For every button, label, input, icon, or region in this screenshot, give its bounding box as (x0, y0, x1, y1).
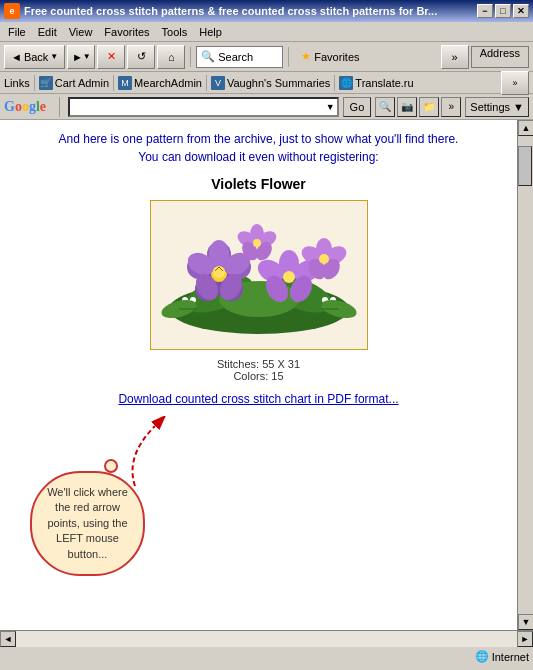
bubble-bump (104, 459, 118, 473)
vaughns-icon: V (211, 76, 225, 90)
menu-help[interactable]: Help (193, 24, 228, 40)
svg-point-16 (213, 266, 225, 278)
menu-tools[interactable]: Tools (156, 24, 194, 40)
toolbar: ◄ Back ▼ ► ▼ ✕ ↺ ⌂ 🔍 ★ Favorites » Addre… (0, 42, 533, 72)
back-label: Back (24, 51, 48, 63)
links-label: Links (4, 77, 30, 89)
back-button[interactable]: ◄ Back ▼ (4, 45, 65, 69)
google-icon-group: 🔍 📷 📁 » (375, 97, 461, 117)
address-button[interactable]: Address (471, 46, 529, 68)
forward-button[interactable]: ► ▼ (67, 45, 95, 69)
settings-button[interactable]: Settings ▼ (465, 97, 529, 117)
google-go-button[interactable]: Go (343, 97, 372, 117)
google-separator (54, 97, 60, 117)
minimize-button[interactable]: − (477, 4, 493, 18)
link-mearch-admin[interactable]: M MearchAdmin (118, 76, 202, 90)
links-sep-2 (113, 75, 114, 91)
speech-bubble-container: We'll click where the red arrow points, … (30, 471, 145, 576)
search-box[interactable]: 🔍 (196, 46, 283, 68)
internet-label: Internet (492, 651, 529, 663)
google-search-box[interactable]: ▼ (68, 97, 339, 117)
search-magnifier-icon: 🔍 (201, 50, 215, 63)
google-camera-icon[interactable]: 📷 (397, 97, 417, 117)
scroll-right-button[interactable]: ► (517, 631, 533, 647)
links-separator (34, 75, 35, 91)
cart-icon: 🛒 (39, 76, 53, 90)
forward-icon: ► (72, 51, 83, 63)
flower-image-container (150, 200, 368, 350)
scroll-track-h[interactable] (16, 631, 517, 647)
star-icon: ★ (301, 50, 311, 63)
google-bar: Google ▼ Go 🔍 📷 📁 » Settings ▼ (0, 94, 533, 120)
svg-point-24 (283, 271, 295, 283)
forward-chevron: ▼ (83, 52, 91, 61)
intro-line-2: You can download it even without registe… (138, 150, 378, 164)
svg-point-36 (253, 239, 261, 247)
cart-admin-label: Cart Admin (55, 77, 109, 89)
page-content: And here is one pattern from the archive… (0, 120, 517, 630)
back-icon: ◄ (11, 51, 22, 63)
google-search-input[interactable] (72, 101, 326, 113)
vertical-scrollbar: ▲ ▼ (517, 120, 533, 630)
scroll-left-button[interactable]: ◄ (0, 631, 16, 647)
menu-bar: File Edit View Favorites Tools Help (0, 22, 533, 42)
annotation-area: We'll click where the red arrow points, … (15, 416, 502, 576)
scroll-down-button[interactable]: ▼ (518, 614, 533, 630)
favorites-label: Favorites (314, 51, 359, 63)
toolbar-separator-1 (190, 47, 191, 67)
stop-button[interactable]: ✕ (97, 45, 125, 69)
toolbar-separator-2 (288, 47, 289, 67)
refresh-button[interactable]: ↺ (127, 45, 155, 69)
status-right: 🌐 Internet (475, 650, 529, 663)
stitch-info: Stitches: 55 X 31 Colors: 15 (15, 358, 502, 382)
scroll-track[interactable] (518, 136, 533, 614)
title-bar: e Free counted cross stitch patterns & f… (0, 0, 533, 22)
google-dropdown-icon[interactable]: ▼ (326, 102, 335, 112)
links-sep-4 (334, 75, 335, 91)
google-logo: Google (4, 99, 46, 115)
scroll-thumb[interactable] (518, 146, 532, 186)
links-more-button[interactable]: » (501, 71, 529, 95)
close-button[interactable]: ✕ (513, 4, 529, 18)
main-area: And here is one pattern from the archive… (0, 120, 533, 630)
flower-image (159, 209, 359, 339)
translate-label: Translate.ru (355, 77, 413, 89)
search-input[interactable] (218, 51, 278, 63)
google-folder-icon[interactable]: 📁 (419, 97, 439, 117)
link-translate[interactable]: 🌐 Translate.ru (339, 76, 413, 90)
menu-view[interactable]: View (63, 24, 99, 40)
mearch-icon: M (118, 76, 132, 90)
intro-line-1: And here is one pattern from the archive… (59, 132, 459, 146)
link-vaughns[interactable]: V Vaughn's Summaries (211, 76, 330, 90)
menu-favorites[interactable]: Favorites (98, 24, 155, 40)
globe-icon: 🌐 (475, 650, 489, 663)
stitch-count: Stitches: 55 X 31 (15, 358, 502, 370)
home-button[interactable]: ⌂ (157, 45, 185, 69)
translate-icon: 🌐 (339, 76, 353, 90)
intro-paragraph: And here is one pattern from the archive… (15, 130, 502, 166)
browser-icon: e (4, 3, 20, 19)
google-search-icon[interactable]: 🔍 (375, 97, 395, 117)
scroll-up-button[interactable]: ▲ (518, 120, 533, 136)
download-anchor[interactable]: Download counted cross stitch chart in P… (118, 392, 398, 406)
flower-title: Violets Flower (15, 176, 502, 192)
internet-badge: 🌐 Internet (475, 650, 529, 663)
speech-bubble: We'll click where the red arrow points, … (30, 471, 145, 576)
mearch-admin-label: MearchAdmin (134, 77, 202, 89)
favorites-button[interactable]: ★ Favorites (294, 45, 366, 69)
menu-edit[interactable]: Edit (32, 24, 63, 40)
download-link[interactable]: Download counted cross stitch chart in P… (15, 392, 502, 406)
horizontal-scrollbar: ◄ ► (0, 630, 533, 646)
window-controls: − □ ✕ (477, 4, 529, 18)
back-chevron: ▼ (50, 52, 58, 61)
window-title: Free counted cross stitch patterns & fre… (24, 5, 477, 17)
colors-count: Colors: 15 (15, 370, 502, 382)
status-bar: 🌐 Internet (0, 646, 533, 666)
links-sep-3 (206, 75, 207, 91)
menu-file[interactable]: File (2, 24, 32, 40)
maximize-button[interactable]: □ (495, 4, 511, 18)
bubble-text: We'll click where the red arrow points, … (47, 486, 128, 560)
more-button[interactable]: » (441, 45, 469, 69)
link-cart-admin[interactable]: 🛒 Cart Admin (39, 76, 109, 90)
google-more-icon[interactable]: » (441, 97, 461, 117)
